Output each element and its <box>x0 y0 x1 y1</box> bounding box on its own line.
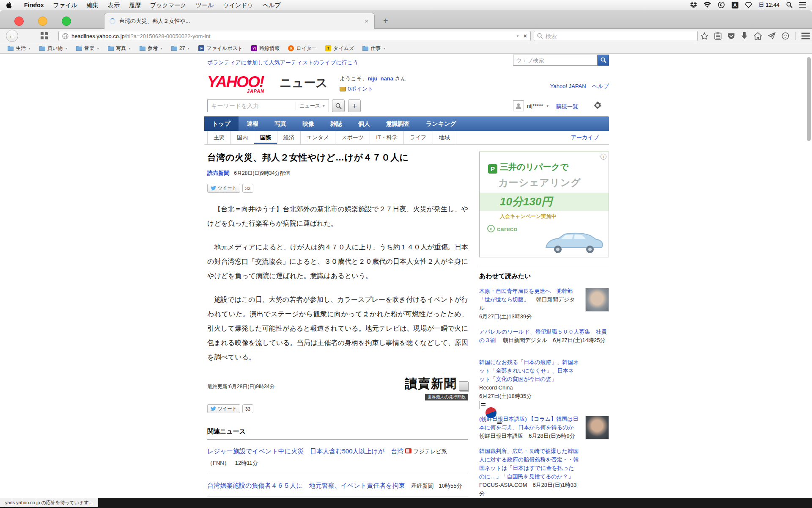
bookmark-transit-info[interactable]: Y!路線情報 <box>248 43 283 54</box>
nav-tab-magazine[interactable]: 雑誌 <box>322 116 350 131</box>
subnav-major[interactable]: 主要 <box>207 131 231 144</box>
menu-bookmarks[interactable]: ブックマーク <box>145 0 191 10</box>
bookmarks-list-icon[interactable] <box>714 32 721 40</box>
reuters-favicon: R <box>288 45 294 51</box>
ad-info-icon[interactable]: i <box>601 154 606 160</box>
nav-tab-flash[interactable]: 速報 <box>239 116 266 131</box>
creative-cloud-icon[interactable] <box>718 2 725 8</box>
twitter-bird-icon <box>211 406 216 411</box>
pocket-icon[interactable] <box>727 32 735 40</box>
share-icon[interactable] <box>768 32 776 40</box>
subnav-international[interactable]: 国際 <box>254 131 277 144</box>
hello-smiley-icon[interactable] <box>782 32 789 40</box>
yahoo-japan-logo[interactable]: YAHOO! JAPAN <box>207 73 263 91</box>
sidebar-link[interactable]: 韓国になお残る「日本の痕跡」、韓国ネット「全部きれいになくせ」、日本ネット「文化… <box>479 359 579 382</box>
bookmark-star-icon[interactable] <box>700 32 708 40</box>
grid-icon[interactable] <box>41 32 48 39</box>
menu-tools[interactable]: ツール <box>191 0 219 10</box>
web-search-button[interactable] <box>598 55 609 66</box>
menubar-clock[interactable]: 日 12:44 <box>759 1 779 9</box>
help-link[interactable]: ヘルプ <box>592 83 609 89</box>
bookmark-folder-life[interactable]: 生活▼ <box>4 43 34 54</box>
tweet-button[interactable]: ツイート <box>207 404 240 413</box>
scrollbar-thumb[interactable] <box>807 57 811 141</box>
notification-center-icon[interactable] <box>799 2 806 8</box>
subscription-list-link[interactable]: 購読一覧 <box>556 103 578 110</box>
bookmark-folder-music[interactable]: 音楽▼ <box>73 43 103 54</box>
subnav-life[interactable]: ライフ <box>404 131 433 144</box>
bookmark-folder-reference[interactable]: 参考▼ <box>136 43 166 54</box>
sidebar-link[interactable]: 韓国裁判所、広島・長崎で被爆した韓国人に対する政府の賠償義務を否定・・韓国ネット… <box>479 448 579 480</box>
diamond-icon[interactable] <box>745 2 752 8</box>
subnav-domestic[interactable]: 国内 <box>231 131 254 144</box>
menu-history[interactable]: 履歴 <box>124 0 145 10</box>
news-thumbnail[interactable] <box>479 401 480 409</box>
browser-search-field[interactable] <box>534 31 698 41</box>
add-tab-search-button[interactable]: ＋ <box>348 99 361 112</box>
related-link[interactable]: レジャー施設でイベント中に火災 日本人含む500人以上けが 台湾 <box>207 447 403 455</box>
bookmark-folder-shopping[interactable]: 買い物▼ <box>36 43 71 54</box>
browser-tab[interactable]: 台湾の火災、邦人２女性や... × <box>104 13 375 29</box>
nav-tab-photo[interactable]: 写真 <box>266 116 294 131</box>
new-tab-button[interactable]: + <box>383 16 388 26</box>
promo-link[interactable]: ボランティアに参加して人気アーティストのライブに行こう <box>207 59 358 66</box>
menu-view[interactable]: 表示 <box>103 0 124 10</box>
bookmark-folder-work[interactable]: 仕事▼ <box>359 43 389 54</box>
menu-file[interactable]: ファイル <box>49 0 82 10</box>
news-search-input[interactable] <box>208 102 296 109</box>
bookmark-folder-photo[interactable]: 写真▼ <box>104 43 134 54</box>
subnav-sports[interactable]: スポーツ <box>335 131 370 144</box>
news-thumbnail[interactable] <box>585 288 609 312</box>
subnav-it-science[interactable]: IT・科学 <box>370 131 404 144</box>
tab-close-icon[interactable]: × <box>364 17 369 25</box>
yomiuri-logo[interactable]: 讀賣新聞 世界最大の発行部数 <box>405 375 468 400</box>
window-minimize-button[interactable] <box>38 17 47 26</box>
subnav-region[interactable]: 地域 <box>433 131 456 144</box>
news-thumbnail[interactable] <box>585 416 609 439</box>
url-history-dropdown-icon[interactable]: ▼ <box>516 34 519 38</box>
apple-menu-icon[interactable] <box>6 2 12 8</box>
input-source-icon[interactable]: A <box>732 2 738 8</box>
wifi-icon[interactable] <box>704 2 711 8</box>
account-menu[interactable]: nij***** ▼ <box>513 100 549 111</box>
menu-help[interactable]: ヘルプ <box>258 0 285 10</box>
ad-banner[interactable]: i P三井のリパークで カーシェアリング 10分130円 入会キャンペーン実施中… <box>479 152 609 257</box>
subnav-entertainment[interactable]: エンタメ <box>301 131 335 144</box>
window-zoom-button[interactable] <box>62 17 71 26</box>
nav-tab-poll[interactable]: 意識調査 <box>378 116 418 131</box>
dropbox-icon[interactable] <box>690 2 697 8</box>
source-link[interactable]: 読売新聞 <box>207 170 229 176</box>
menu-hamburger-icon[interactable] <box>801 33 810 39</box>
nav-tab-ranking[interactable]: ランキング <box>418 116 464 131</box>
bookmark-filepost[interactable]: Fファイルポスト <box>195 43 246 54</box>
archive-link[interactable]: アーカイブ <box>565 131 605 144</box>
menu-firefox[interactable]: Firefox <box>19 0 49 10</box>
back-button[interactable]: ← <box>6 30 18 42</box>
browser-search-input[interactable] <box>546 33 694 39</box>
stop-loading-icon[interactable]: × <box>524 33 527 39</box>
search-category-dropdown[interactable]: ニュース▼ <box>296 102 329 110</box>
tweet-button[interactable]: ツイート <box>207 184 240 193</box>
download-icon[interactable] <box>741 32 748 40</box>
nav-tab-top[interactable]: トップ <box>204 116 239 131</box>
menu-edit[interactable]: 編集 <box>82 0 103 10</box>
points-link[interactable]: 0ポイント <box>348 85 373 93</box>
nav-tab-video[interactable]: 映像 <box>294 116 322 131</box>
sidebar-link[interactable]: (朝鮮日報日本語版) 【コラム】韓国は日本に何を与え、日本から何を得るのか <box>479 416 579 431</box>
bookmark-folder-27[interactable]: 27▼ <box>168 43 193 54</box>
username-link[interactable]: niju_nana <box>368 75 393 82</box>
subnav-economy[interactable]: 経済 <box>277 131 301 144</box>
bookmark-reuters[interactable]: Rロイター <box>285 43 320 54</box>
spotlight-icon[interactable] <box>786 2 793 8</box>
bookmark-times[interactable]: Tタイムズ <box>322 43 357 54</box>
web-search-input[interactable] <box>513 55 598 66</box>
menu-window[interactable]: ウインドウ <box>218 0 258 10</box>
news-search-button[interactable] <box>332 99 345 112</box>
url-bar[interactable]: headlines.yahoo.co.jp/hl?a=20150628-0005… <box>58 31 531 41</box>
window-close-button[interactable] <box>14 17 24 26</box>
yahoo-japan-link[interactable]: Yahoo! JAPAN <box>550 83 586 89</box>
nav-tab-personal[interactable]: 個人 <box>350 116 378 131</box>
settings-gear-icon[interactable] <box>593 101 602 110</box>
related-link[interactable]: 台湾娯楽施設の負傷者４６５人に 地元警察、イベント責任者を拘束 <box>207 482 405 489</box>
home-icon[interactable] <box>754 32 762 40</box>
